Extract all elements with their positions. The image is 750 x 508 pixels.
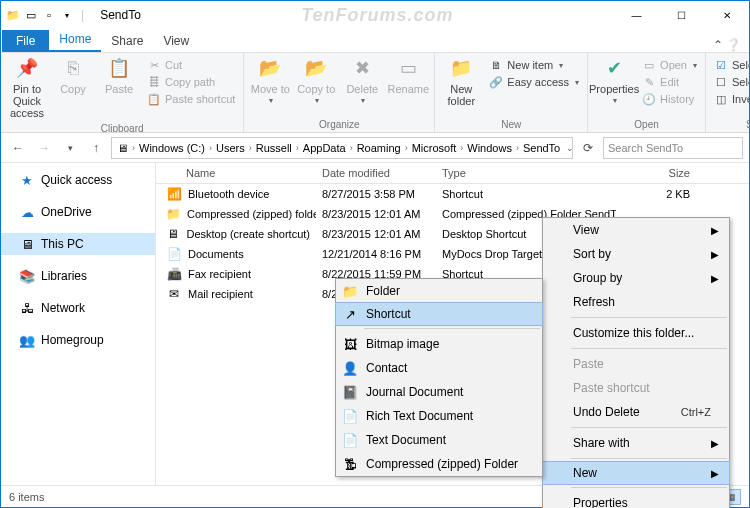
qat-new-icon[interactable]: ▫ xyxy=(41,7,57,23)
new-bitmap[interactable]: 🖼Bitmap image xyxy=(336,332,542,356)
group-organize-label: Organize xyxy=(248,117,430,132)
new-folder-button[interactable]: 📁 New folder xyxy=(439,55,483,109)
easy-access-icon: 🔗 xyxy=(489,75,503,89)
new-item-icon: 🗎 xyxy=(489,58,503,72)
breadcrumb-seg[interactable]: SendTo xyxy=(520,142,563,154)
delete-button[interactable]: ✖ Delete▾ xyxy=(340,55,384,108)
col-size[interactable]: Size xyxy=(616,163,696,183)
new-zip[interactable]: 🗜Compressed (zipped) Folder xyxy=(336,452,542,476)
pin-to-quick-access-button[interactable]: 📌 Pin to Quick access xyxy=(5,55,49,121)
invert-selection-button[interactable]: ◫Invert selection xyxy=(712,91,749,107)
forward-button[interactable]: → xyxy=(33,137,55,159)
edit-button[interactable]: ✎Edit xyxy=(640,74,699,90)
file-icon: 🖥 xyxy=(166,227,181,241)
rename-icon: ▭ xyxy=(396,57,420,81)
tab-view[interactable]: View xyxy=(153,30,199,52)
ctx-new[interactable]: New▶ xyxy=(542,461,730,485)
nav-libraries[interactable]: 📚Libraries xyxy=(1,265,155,287)
ctx-refresh[interactable]: Refresh xyxy=(543,290,729,314)
open-button[interactable]: ▭Open▾ xyxy=(640,57,699,73)
copy-to-icon: 📂 xyxy=(304,57,328,81)
file-size: 2 KB xyxy=(616,186,696,202)
back-button[interactable]: ← xyxy=(7,137,29,159)
tab-file[interactable]: File xyxy=(2,30,49,52)
nav-this-pc[interactable]: 🖥This PC xyxy=(1,233,155,255)
history-button[interactable]: 🕘History xyxy=(640,91,699,107)
new-shortcut[interactable]: ↗Shortcut xyxy=(335,302,543,326)
nav-network[interactable]: 🖧Network xyxy=(1,297,155,319)
star-icon: ★ xyxy=(19,172,35,188)
breadcrumb-seg[interactable]: Windows xyxy=(464,142,515,154)
ctx-groupby[interactable]: Group by▶ xyxy=(543,266,729,290)
new-journal[interactable]: 📓Journal Document xyxy=(336,380,542,404)
select-all-icon: ☑ xyxy=(714,58,728,72)
paste-shortcut-button[interactable]: 📋Paste shortcut xyxy=(145,91,237,107)
ctx-sortby[interactable]: Sort by▶ xyxy=(543,242,729,266)
file-type: Shortcut xyxy=(436,186,616,202)
move-to-button[interactable]: 📂 Move to▾ xyxy=(248,55,292,108)
breadcrumb-seg[interactable]: Windows (C:) xyxy=(136,142,208,154)
select-none-button[interactable]: ☐Select none xyxy=(712,74,749,90)
qat-dropdown-icon[interactable]: ▾ xyxy=(59,7,75,23)
new-rtf[interactable]: 📄Rich Text Document xyxy=(336,404,542,428)
nav-onedrive[interactable]: ☁OneDrive xyxy=(1,201,155,223)
folder-icon: 📁 xyxy=(342,284,358,299)
qat-props-icon[interactable]: ▭ xyxy=(23,7,39,23)
refresh-button[interactable]: ⟳ xyxy=(577,141,599,155)
rename-button[interactable]: ▭ Rename xyxy=(386,55,430,97)
breadcrumb-seg[interactable]: AppData xyxy=(300,142,349,154)
ctx-undo[interactable]: Undo DeleteCtrl+Z xyxy=(543,400,729,424)
group-new-label: New xyxy=(439,117,583,132)
ctx-properties[interactable]: Properties xyxy=(543,491,729,508)
up-button[interactable]: ↑ xyxy=(85,137,107,159)
ctx-view[interactable]: View▶ xyxy=(543,218,729,242)
ctx-paste-shortcut[interactable]: Paste shortcut xyxy=(543,376,729,400)
new-contact[interactable]: 👤Contact xyxy=(336,356,542,380)
col-name[interactable]: Name xyxy=(156,163,316,183)
minimize-button[interactable]: — xyxy=(614,1,659,29)
select-all-button[interactable]: ☑Select all xyxy=(712,57,749,73)
ctx-customize[interactable]: Customize this folder... xyxy=(543,321,729,345)
separator xyxy=(364,328,540,329)
new-folder[interactable]: 📁Folder xyxy=(336,279,542,303)
recent-locations-button[interactable]: ▾ xyxy=(59,137,81,159)
ctx-paste[interactable]: Paste xyxy=(543,352,729,376)
tab-share[interactable]: Share xyxy=(101,30,153,52)
copy-path-button[interactable]: 🛤Copy path xyxy=(145,74,237,90)
nav-homegroup[interactable]: 👥Homegroup xyxy=(1,329,155,351)
ribbon: 📌 Pin to Quick access ⎘ Copy 📋 Paste ✂Cu… xyxy=(1,53,749,133)
copy-button[interactable]: ⎘ Copy xyxy=(51,55,95,97)
breadcrumb-seg[interactable]: Microsoft xyxy=(409,142,460,154)
tab-home[interactable]: Home xyxy=(49,28,101,52)
breadcrumb[interactable]: 🖥› Windows (C:)› Users› Russell› AppData… xyxy=(111,137,573,159)
nav-quick-access[interactable]: ★Quick access xyxy=(1,169,155,191)
new-txt[interactable]: 📄Text Document xyxy=(336,428,542,452)
breadcrumb-seg[interactable]: Roaming xyxy=(354,142,404,154)
properties-icon: ✔ xyxy=(602,57,626,81)
new-item-button[interactable]: 🗎New item▾ xyxy=(487,57,581,73)
ctx-share-with[interactable]: Share with▶ xyxy=(543,431,729,455)
pc-icon[interactable]: 🖥 xyxy=(114,142,131,154)
file-name: Mail recipient xyxy=(188,288,253,300)
ribbon-collapse-icon[interactable]: ⌃ ❔ xyxy=(713,38,749,52)
col-type[interactable]: Type xyxy=(436,163,616,183)
nav-pane: ★Quick access ☁OneDrive 🖥This PC 📚Librar… xyxy=(1,163,156,485)
breadcrumb-seg[interactable]: Users xyxy=(213,142,248,154)
easy-access-button[interactable]: 🔗Easy access▾ xyxy=(487,74,581,90)
contact-icon: 👤 xyxy=(342,361,358,376)
copy-to-button[interactable]: 📂 Copy to▾ xyxy=(294,55,338,108)
invert-selection-icon: ◫ xyxy=(714,92,728,106)
chevron-right-icon: ▶ xyxy=(711,273,719,284)
cut-button[interactable]: ✂Cut xyxy=(145,57,237,73)
properties-button[interactable]: ✔ Properties▾ xyxy=(592,55,636,108)
title-bar: 📁 ▭ ▫ ▾ | SendTo TenForums.com — ☐ ✕ xyxy=(1,1,749,29)
breadcrumb-dropdown-icon[interactable]: ⌄ xyxy=(563,143,573,153)
breadcrumb-seg[interactable]: Russell xyxy=(253,142,295,154)
paste-button[interactable]: 📋 Paste xyxy=(97,55,141,97)
col-date[interactable]: Date modified xyxy=(316,163,436,183)
close-button[interactable]: ✕ xyxy=(704,1,749,29)
search-input[interactable]: Search SendTo xyxy=(603,137,743,159)
maximize-button[interactable]: ☐ xyxy=(659,1,704,29)
select-none-icon: ☐ xyxy=(714,75,728,89)
file-row[interactable]: 📶Bluetooth device8/27/2015 3:58 PMShortc… xyxy=(156,184,749,204)
